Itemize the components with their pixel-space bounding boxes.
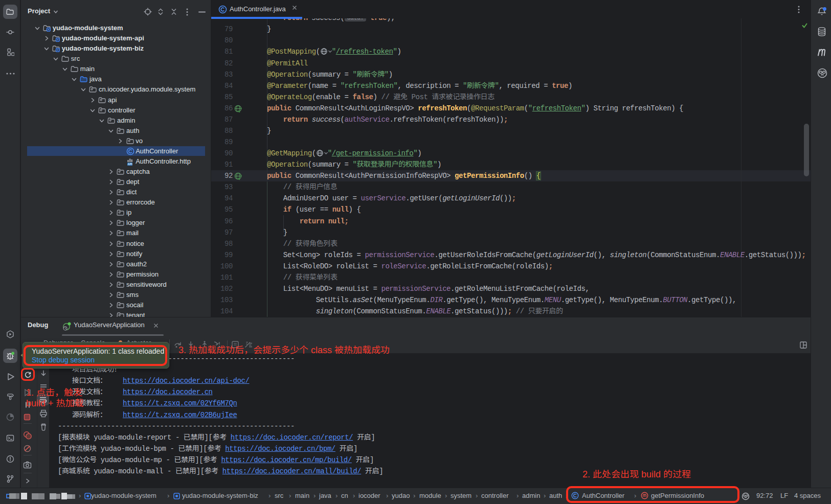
svg-text:API: API <box>127 163 132 166</box>
